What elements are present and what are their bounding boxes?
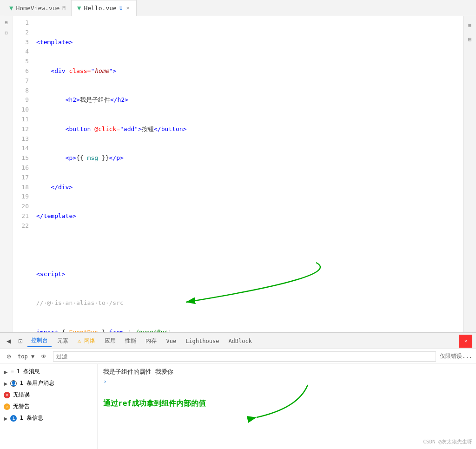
- tab-homeview-badge: M: [62, 5, 66, 11]
- devtools-content: ▶ ≡ 1 条消息 ▶ 👤 1 条用户消息 ✕ 无错误 ⚠ 无警告 ▶ i 1 …: [0, 364, 476, 449]
- console-item-errors-label: 无错误: [13, 391, 30, 399]
- csdn-watermark: CSDN @灰太狼先生呀: [423, 438, 472, 445]
- devtools-tabs: ◀ ⊡ 控制台 元素 ⚠ 网络 应用 性能 内存 Vue Lighthouse …: [0, 333, 476, 349]
- devtools-tab-network[interactable]: ⚠ 网络: [74, 335, 99, 347]
- code-line-9: <script>: [36, 270, 476, 279]
- code-line-11: import { EventBus } from './eventBus': [36, 328, 476, 333]
- console-item-warnings-label: 无警告: [13, 403, 30, 410]
- code-line-7: </template>: [36, 211, 476, 221]
- sidebar-icon-2[interactable]: ▤: [465, 34, 475, 44]
- sidebar-icon-1[interactable]: ⊞: [465, 20, 475, 30]
- tab-hello-label: Hello.vue: [84, 5, 116, 12]
- code-editor[interactable]: <template> <div class="home"> <h2>我是子组件<…: [33, 16, 476, 332]
- user-icon: 👤: [10, 380, 17, 387]
- code-line-4: <button @click="add">按钮</button>: [36, 125, 476, 134]
- annotation-container: 通过ref成功拿到组件内部的值: [103, 399, 470, 409]
- code-line-2: <div class="home">: [36, 66, 476, 76]
- console-main: 我是子组件的属性 我爱你 › 通过ref成功拿到组件内部的值: [98, 364, 476, 449]
- console-item-messages[interactable]: ▶ ≡ 1 条消息: [0, 366, 97, 377]
- list-icon-messages: ≡: [10, 369, 13, 375]
- devtools-tab-lighthouse[interactable]: Lighthouse: [182, 336, 223, 346]
- vue-icon-hello: ▼: [77, 4, 81, 12]
- console-item-info-label: 1 条信息: [20, 414, 43, 422]
- code-line-6: </div>: [36, 183, 476, 192]
- devtools-panel-dock-btn[interactable]: ⊡: [15, 337, 26, 345]
- tab-hello[interactable]: ▼ Hello.vue U ✕: [72, 0, 137, 16]
- devtools-corner-icon: ✕: [459, 335, 472, 348]
- gutter-icon-2: ⊡: [2, 28, 11, 37]
- devtools-toolbar: ⊘ top ▼ 👁 仅限错误...: [0, 349, 476, 364]
- editor-area: ⊞ ⊡ 12345 678910 1112131415 1617181920 2…: [0, 16, 476, 332]
- tab-homeview-label: HomeView.vue: [16, 5, 60, 12]
- top-label: top ▼: [18, 353, 34, 360]
- devtools-filter-input[interactable]: [53, 351, 436, 362]
- console-expand-btn[interactable]: ›: [103, 378, 470, 385]
- devtools-eye-btn[interactable]: 👁: [38, 352, 49, 361]
- editor-left-gutter: ⊞ ⊡: [0, 16, 13, 332]
- gutter-icon-1: ⊞: [2, 18, 11, 26]
- devtools-tab-perf[interactable]: 性能: [121, 335, 140, 347]
- line-numbers: 12345 678910 1112131415 1617181920 2122: [13, 16, 33, 332]
- devtools-tab-memory[interactable]: 内存: [142, 335, 160, 347]
- expand-icon-user: ▶: [4, 380, 7, 387]
- devtools-tab-adblock[interactable]: AdBlock: [225, 336, 256, 346]
- editor-tabs: ▼ HomeView.vue M ▼ Hello.vue U ✕: [0, 0, 476, 16]
- devtools-panel: ◀ ⊡ 控制台 元素 ⚠ 网络 应用 性能 内存 Vue Lighthouse …: [0, 332, 476, 449]
- expand-icon-messages: ▶: [4, 368, 7, 376]
- devtools-tab-app[interactable]: 应用: [101, 335, 119, 347]
- code-line-3: <h2>我是子组件</h2>: [36, 95, 476, 105]
- expand-icon-info: ▶: [4, 415, 7, 422]
- tab-hello-badge: U: [119, 5, 123, 11]
- code-line-5: <p>{{ msg }}</p>: [36, 153, 476, 163]
- tab-hello-close[interactable]: ✕: [126, 4, 131, 12]
- warning-icon: ⚠: [4, 403, 10, 410]
- devtools-clear-btn[interactable]: ⊘: [4, 352, 14, 361]
- code-line-10: //·@·is·an·alias·to·/src: [36, 298, 476, 308]
- devtools-tab-vue[interactable]: Vue: [162, 336, 180, 346]
- error-icon: ✕: [4, 392, 10, 398]
- editor-right-sidebar: ⊞ ▤: [463, 16, 476, 332]
- devtools-tab-elements[interactable]: 元素: [53, 335, 72, 347]
- console-filter-panel: ▶ ≡ 1 条消息 ▶ 👤 1 条用户消息 ✕ 无错误 ⚠ 无警告 ▶ i 1 …: [0, 364, 98, 449]
- console-item-info[interactable]: ▶ i 1 条信息: [0, 412, 97, 424]
- console-item-messages-label: 1 条消息: [17, 368, 40, 376]
- code-line-1: <template>: [36, 38, 476, 47]
- info-icon: i: [10, 415, 17, 422]
- vue-icon-homeview: ▼: [9, 4, 13, 12]
- console-item-user[interactable]: ▶ 👤 1 条用户消息: [0, 377, 97, 389]
- devtools-tab-console[interactable]: 控制台: [27, 335, 52, 347]
- devtools-filter-right: 仅限错误...: [440, 352, 472, 360]
- console-item-errors[interactable]: ✕ 无错误: [0, 389, 97, 401]
- console-log-line-1: 我是子组件的属性 我爱你: [103, 368, 470, 376]
- console-item-user-label: 1 条用户消息: [20, 379, 54, 387]
- tab-homeview[interactable]: ▼ HomeView.vue M: [4, 0, 72, 16]
- console-item-warnings[interactable]: ⚠ 无警告: [0, 401, 97, 412]
- code-line-8: [36, 240, 476, 250]
- annotation-text: 通过ref成功拿到组件内部的值: [103, 399, 470, 409]
- devtools-panel-left-btn[interactable]: ◀: [4, 337, 13, 345]
